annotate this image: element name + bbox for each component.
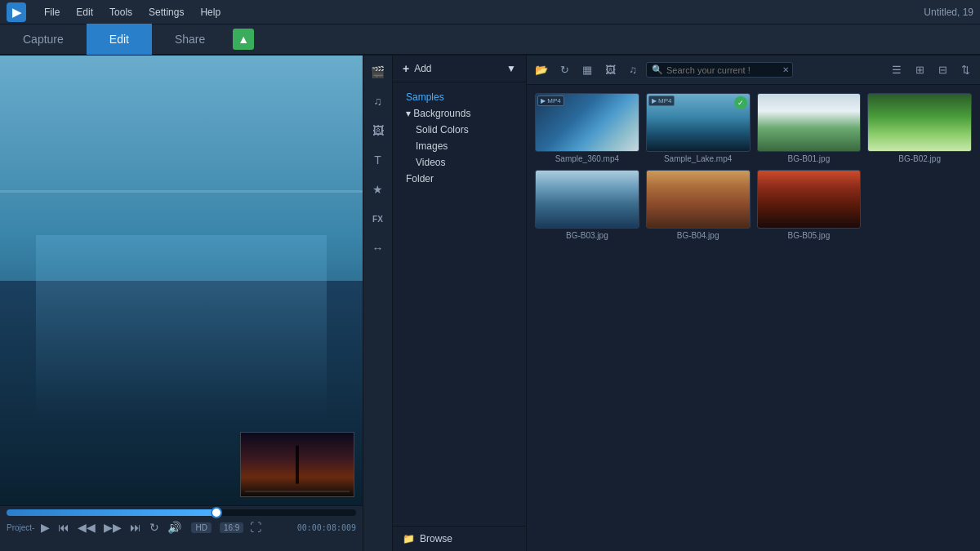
search-icon: 🔍 — [652, 64, 663, 75]
media-thumbnail: ▶ MP4 — [535, 93, 639, 152]
preview-scrubber[interactable] — [7, 509, 356, 516]
volume-button[interactable]: 🔊 — [166, 519, 183, 535]
expand-icon: ▾ — [406, 108, 413, 119]
list-item[interactable]: BG-B03.jpg — [535, 170, 639, 240]
vid-type-badge: ▶ MP4 — [537, 96, 564, 106]
main-area: Project- ▶ ⏮ ◀◀ ▶▶ ⏭ ↻ 🔊 HD 16:9 ⛶ 00:00… — [0, 56, 980, 551]
tree-item-samples[interactable]: Samples — [393, 89, 526, 105]
add-dropdown-icon: ▼ — [506, 63, 516, 74]
step-forward-button[interactable]: ▶▶ — [102, 519, 123, 535]
upload-button[interactable]: ▲ — [233, 29, 254, 50]
media-thumbnail — [757, 93, 862, 152]
fx-icon-btn[interactable]: FX — [367, 207, 390, 230]
audio-icon-btn[interactable]: ♫ — [367, 90, 390, 113]
photo-view-btn[interactable]: 🖼 — [600, 60, 620, 80]
text-icon-btn[interactable]: T — [367, 149, 390, 171]
menu-settings[interactable]: Settings — [140, 0, 192, 24]
tab-share[interactable]: Share — [152, 24, 228, 55]
media-thumbnail: ▶ MP4 ✓ — [646, 93, 751, 152]
sort-btn[interactable]: ⇅ — [956, 60, 975, 80]
add-label: Add — [414, 63, 431, 74]
preview-overlay-clip — [240, 432, 354, 497]
scrubber-thumb[interactable] — [211, 507, 222, 518]
app-logo: ▶ — [7, 2, 26, 22]
media-tree: Samples ▾ Backgrounds Solid Colors Image… — [393, 82, 526, 526]
browse-button[interactable]: 📁 Browse — [393, 526, 526, 551]
media-grid: ▶ MP4 Sample_360.mp4 ▶ MP4 ✓ Sample_Lake… — [527, 85, 980, 551]
media-grid-panel: 📂 ↻ ▦ 🖼 ♫ 🔍 ✕ ☰ ⊞ ⊟ ⇅ ▶ MP4 Sample_360.m… — [527, 56, 980, 551]
list-item[interactable]: ▶ MP4 Sample_360.mp4 — [535, 93, 639, 163]
tile-view-btn[interactable]: ⊟ — [933, 60, 952, 80]
media-filename: BG-B02.jpg — [867, 154, 972, 163]
list-item[interactable]: ▶ MP4 ✓ Sample_Lake.mp4 — [646, 93, 751, 163]
menu-tools[interactable]: Tools — [101, 0, 140, 24]
tab-capture[interactable]: Capture — [0, 24, 87, 55]
preview-time: 00:00:08:009 — [297, 523, 356, 532]
nav-tabs: Capture Edit Share ▲ — [0, 24, 980, 56]
effects-icon-btn[interactable]: ★ — [367, 178, 390, 201]
search-clear-icon[interactable]: ✕ — [782, 65, 789, 74]
vid-type-badge: ▶ MP4 — [648, 96, 675, 106]
tree-item-solid-colors[interactable]: Solid Colors — [393, 122, 526, 138]
search-box: 🔍 ✕ — [646, 62, 793, 78]
media-filename: BG-B01.jpg — [757, 154, 862, 163]
play-button[interactable]: ▶ — [39, 519, 51, 535]
grid-view-btn[interactable]: ▦ — [577, 60, 597, 80]
backgrounds-label: Backgrounds — [413, 108, 470, 119]
media-filename: BG-B04.jpg — [646, 231, 751, 240]
menu-help[interactable]: Help — [192, 0, 229, 24]
music-view-btn[interactable]: ♫ — [623, 60, 643, 80]
menu-file[interactable]: File — [36, 0, 68, 24]
scrubber-fill — [7, 509, 216, 516]
refresh-icon-btn[interactable]: ↻ — [555, 60, 574, 80]
browse-icon: 📁 — [403, 533, 415, 544]
transition-icon-btn[interactable]: ↔ — [367, 237, 390, 260]
selected-check-badge: ✓ — [734, 96, 747, 109]
detail-view-btn[interactable]: ⊞ — [910, 60, 929, 80]
media-toolbar: 📂 ↻ ▦ 🖼 ♫ 🔍 ✕ ☰ ⊞ ⊟ ⇅ — [527, 56, 980, 85]
tree-item-backgrounds[interactable]: ▾ Backgrounds — [393, 105, 526, 122]
list-view-btn[interactable]: ☰ — [887, 60, 906, 80]
media-filename: BG-B05.jpg — [757, 231, 862, 240]
list-item[interactable]: BG-B04.jpg — [646, 170, 751, 240]
list-item[interactable]: BG-B01.jpg — [757, 93, 862, 163]
tree-item-videos[interactable]: Videos — [393, 154, 526, 171]
preview-controls: Project- ▶ ⏮ ◀◀ ▶▶ ⏭ ↻ 🔊 HD 16:9 ⛶ 00:00… — [0, 505, 363, 551]
media-thumbnail — [757, 170, 862, 229]
tree-item-images[interactable]: Images — [393, 138, 526, 154]
preview-viewport — [0, 56, 363, 505]
loop-button[interactable]: ↻ — [148, 519, 161, 535]
fullscreen-button[interactable]: ⛶ — [248, 519, 263, 535]
import-icon-btn[interactable]: 📂 — [532, 60, 551, 80]
skip-forward-button[interactable]: ⏭ — [128, 519, 143, 535]
media-filename: Sample_360.mp4 — [535, 154, 639, 163]
window-title: Untitled, 19 — [924, 7, 973, 18]
media-thumbnail — [535, 170, 639, 229]
list-item[interactable]: BG-B02.jpg — [867, 93, 972, 163]
media-browser: + Add ▼ Samples ▾ Backgrounds Solid Colo… — [393, 56, 527, 551]
side-icon-bar: 🎬 ♫ 🖼 T ★ FX ↔ — [363, 56, 393, 551]
add-icon: + — [403, 62, 409, 75]
playback-controls: Project- ▶ ⏮ ◀◀ ▶▶ ⏭ ↻ 🔊 HD 16:9 ⛶ 00:00… — [7, 519, 356, 535]
browse-label: Browse — [420, 533, 452, 544]
search-input[interactable] — [666, 65, 779, 75]
tab-edit[interactable]: Edit — [87, 24, 152, 55]
add-button[interactable]: + Add ▼ — [393, 56, 526, 82]
media-filename: BG-B03.jpg — [535, 231, 639, 240]
media-filename: Sample_Lake.mp4 — [646, 154, 751, 163]
quality-badge[interactable]: HD — [191, 522, 211, 533]
tree-item-folder[interactable]: Folder — [393, 171, 526, 187]
project-label: Project- — [7, 523, 34, 532]
media-thumbnail — [867, 93, 972, 152]
image-icon-btn[interactable]: 🖼 — [367, 119, 390, 142]
menu-edit[interactable]: Edit — [68, 0, 101, 24]
preview-panel: Project- ▶ ⏮ ◀◀ ▶▶ ⏭ ↻ 🔊 HD 16:9 ⛶ 00:00… — [0, 56, 363, 551]
skip-back-button[interactable]: ⏮ — [56, 519, 71, 535]
menu-bar: ▶ File Edit Tools Settings Help Untitled… — [0, 0, 980, 24]
list-item[interactable]: BG-B05.jpg — [757, 170, 862, 240]
step-back-button[interactable]: ◀◀ — [76, 519, 97, 535]
media-icon-btn[interactable]: 🎬 — [367, 60, 390, 83]
logo-icon: ▶ — [12, 6, 21, 19]
media-thumbnail — [646, 170, 751, 229]
ratio-badge[interactable]: 16:9 — [220, 522, 243, 533]
